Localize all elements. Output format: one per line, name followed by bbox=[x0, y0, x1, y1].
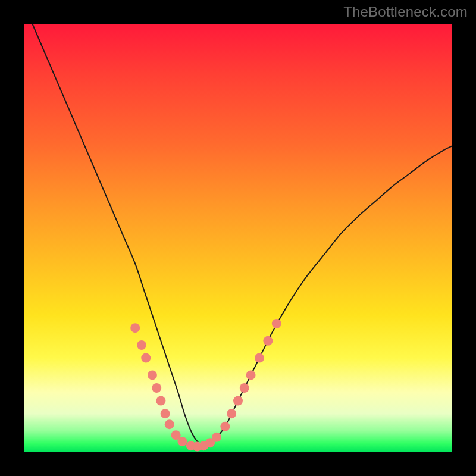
curve-marker bbox=[212, 433, 221, 442]
curve-marker bbox=[141, 353, 151, 363]
curve-marker bbox=[165, 419, 174, 429]
curve-marker bbox=[263, 336, 273, 346]
curve-marker bbox=[246, 370, 256, 380]
curve-marker bbox=[240, 383, 249, 393]
curve-marker bbox=[148, 370, 157, 380]
curve-svg bbox=[24, 24, 452, 452]
curve-marker bbox=[255, 353, 264, 363]
bottleneck-curve bbox=[32, 24, 452, 446]
curve-marker bbox=[220, 422, 230, 431]
chart-frame: TheBottleneck.com bbox=[0, 0, 476, 476]
curve-marker bbox=[161, 409, 170, 418]
curve-marker bbox=[177, 437, 187, 446]
watermark-text: TheBottleneck.com bbox=[343, 4, 468, 20]
curve-marker bbox=[152, 383, 161, 393]
curve-marker bbox=[130, 323, 140, 333]
curve-marker bbox=[156, 396, 165, 406]
curve-marker bbox=[137, 340, 146, 350]
plot-area bbox=[24, 24, 452, 452]
curve-marker bbox=[272, 319, 281, 328]
curve-marker bbox=[227, 409, 236, 418]
curve-markers bbox=[130, 319, 281, 452]
curve-marker bbox=[233, 396, 243, 406]
